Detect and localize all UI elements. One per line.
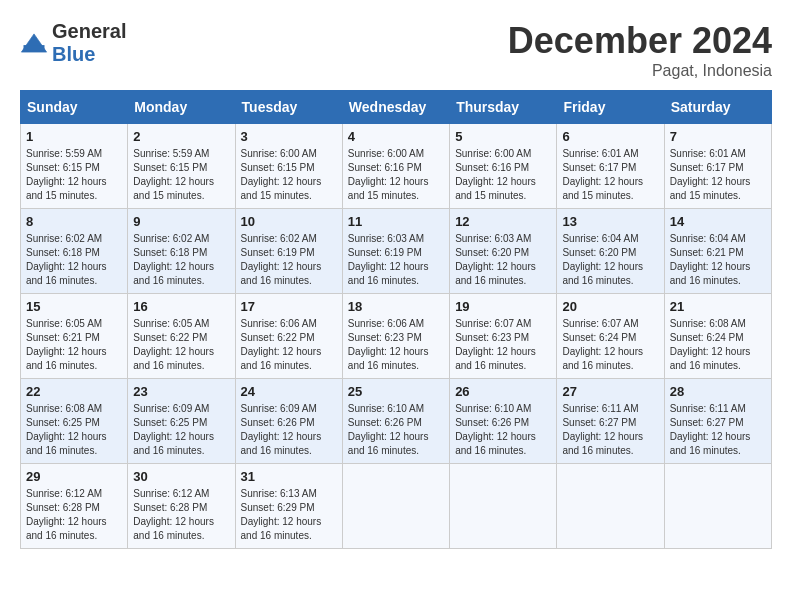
logo-general: General (52, 20, 126, 42)
day-info: Sunrise: 6:09 AMSunset: 6:25 PMDaylight:… (133, 402, 229, 458)
calendar-cell: 17Sunrise: 6:06 AMSunset: 6:22 PMDayligh… (235, 294, 342, 379)
day-info: Sunrise: 6:02 AMSunset: 6:19 PMDaylight:… (241, 232, 337, 288)
day-number: 9 (133, 214, 229, 229)
calendar-cell: 12Sunrise: 6:03 AMSunset: 6:20 PMDayligh… (450, 209, 557, 294)
calendar-cell: 23Sunrise: 6:09 AMSunset: 6:25 PMDayligh… (128, 379, 235, 464)
calendar-cell: 5Sunrise: 6:00 AMSunset: 6:16 PMDaylight… (450, 124, 557, 209)
calendar-cell: 9Sunrise: 6:02 AMSunset: 6:18 PMDaylight… (128, 209, 235, 294)
day-info: Sunrise: 6:04 AMSunset: 6:21 PMDaylight:… (670, 232, 766, 288)
calendar-cell: 7Sunrise: 6:01 AMSunset: 6:17 PMDaylight… (664, 124, 771, 209)
logo: General Blue (20, 20, 126, 66)
calendar-cell: 26Sunrise: 6:10 AMSunset: 6:26 PMDayligh… (450, 379, 557, 464)
day-number: 3 (241, 129, 337, 144)
day-number: 15 (26, 299, 122, 314)
calendar-cell: 1Sunrise: 5:59 AMSunset: 6:15 PMDaylight… (21, 124, 128, 209)
day-info: Sunrise: 5:59 AMSunset: 6:15 PMDaylight:… (26, 147, 122, 203)
day-info: Sunrise: 6:00 AMSunset: 6:15 PMDaylight:… (241, 147, 337, 203)
calendar-cell: 30Sunrise: 6:12 AMSunset: 6:28 PMDayligh… (128, 464, 235, 549)
day-info: Sunrise: 6:12 AMSunset: 6:28 PMDaylight:… (26, 487, 122, 543)
calendar-cell: 4Sunrise: 6:00 AMSunset: 6:16 PMDaylight… (342, 124, 449, 209)
day-info: Sunrise: 6:03 AMSunset: 6:19 PMDaylight:… (348, 232, 444, 288)
logo-text: General Blue (52, 20, 126, 66)
day-number: 22 (26, 384, 122, 399)
page-header: General Blue December 2024 Pagat, Indone… (20, 20, 772, 80)
day-info: Sunrise: 6:00 AMSunset: 6:16 PMDaylight:… (348, 147, 444, 203)
day-number: 20 (562, 299, 658, 314)
calendar-cell (342, 464, 449, 549)
day-number: 11 (348, 214, 444, 229)
calendar-cell: 2Sunrise: 5:59 AMSunset: 6:15 PMDaylight… (128, 124, 235, 209)
day-info: Sunrise: 6:13 AMSunset: 6:29 PMDaylight:… (241, 487, 337, 543)
calendar-cell: 29Sunrise: 6:12 AMSunset: 6:28 PMDayligh… (21, 464, 128, 549)
day-info: Sunrise: 6:08 AMSunset: 6:24 PMDaylight:… (670, 317, 766, 373)
calendar-week-row: 29Sunrise: 6:12 AMSunset: 6:28 PMDayligh… (21, 464, 772, 549)
day-number: 16 (133, 299, 229, 314)
day-number: 17 (241, 299, 337, 314)
calendar-cell: 11Sunrise: 6:03 AMSunset: 6:19 PMDayligh… (342, 209, 449, 294)
calendar-header-row: SundayMondayTuesdayWednesdayThursdayFrid… (21, 91, 772, 124)
title-area: December 2024 Pagat, Indonesia (508, 20, 772, 80)
header-saturday: Saturday (664, 91, 771, 124)
day-info: Sunrise: 5:59 AMSunset: 6:15 PMDaylight:… (133, 147, 229, 203)
day-number: 5 (455, 129, 551, 144)
day-info: Sunrise: 6:05 AMSunset: 6:22 PMDaylight:… (133, 317, 229, 373)
day-number: 25 (348, 384, 444, 399)
day-number: 6 (562, 129, 658, 144)
header-monday: Monday (128, 91, 235, 124)
day-number: 31 (241, 469, 337, 484)
svg-rect-2 (24, 45, 45, 51)
calendar-cell: 13Sunrise: 6:04 AMSunset: 6:20 PMDayligh… (557, 209, 664, 294)
calendar-cell (664, 464, 771, 549)
calendar-cell: 10Sunrise: 6:02 AMSunset: 6:19 PMDayligh… (235, 209, 342, 294)
day-number: 14 (670, 214, 766, 229)
day-number: 28 (670, 384, 766, 399)
calendar-week-row: 1Sunrise: 5:59 AMSunset: 6:15 PMDaylight… (21, 124, 772, 209)
day-info: Sunrise: 6:06 AMSunset: 6:23 PMDaylight:… (348, 317, 444, 373)
day-info: Sunrise: 6:07 AMSunset: 6:24 PMDaylight:… (562, 317, 658, 373)
location-subtitle: Pagat, Indonesia (508, 62, 772, 80)
calendar-cell (557, 464, 664, 549)
day-number: 19 (455, 299, 551, 314)
day-number: 13 (562, 214, 658, 229)
calendar-cell: 25Sunrise: 6:10 AMSunset: 6:26 PMDayligh… (342, 379, 449, 464)
day-number: 29 (26, 469, 122, 484)
calendar-cell: 16Sunrise: 6:05 AMSunset: 6:22 PMDayligh… (128, 294, 235, 379)
header-tuesday: Tuesday (235, 91, 342, 124)
calendar-cell: 14Sunrise: 6:04 AMSunset: 6:21 PMDayligh… (664, 209, 771, 294)
calendar-cell: 6Sunrise: 6:01 AMSunset: 6:17 PMDaylight… (557, 124, 664, 209)
day-info: Sunrise: 6:08 AMSunset: 6:25 PMDaylight:… (26, 402, 122, 458)
header-wednesday: Wednesday (342, 91, 449, 124)
calendar-cell: 15Sunrise: 6:05 AMSunset: 6:21 PMDayligh… (21, 294, 128, 379)
day-info: Sunrise: 6:05 AMSunset: 6:21 PMDaylight:… (26, 317, 122, 373)
day-info: Sunrise: 6:11 AMSunset: 6:27 PMDaylight:… (562, 402, 658, 458)
day-info: Sunrise: 6:06 AMSunset: 6:22 PMDaylight:… (241, 317, 337, 373)
day-info: Sunrise: 6:09 AMSunset: 6:26 PMDaylight:… (241, 402, 337, 458)
day-info: Sunrise: 6:12 AMSunset: 6:28 PMDaylight:… (133, 487, 229, 543)
day-number: 26 (455, 384, 551, 399)
day-number: 24 (241, 384, 337, 399)
calendar-cell: 3Sunrise: 6:00 AMSunset: 6:15 PMDaylight… (235, 124, 342, 209)
day-number: 7 (670, 129, 766, 144)
calendar-cell: 24Sunrise: 6:09 AMSunset: 6:26 PMDayligh… (235, 379, 342, 464)
month-year-title: December 2024 (508, 20, 772, 62)
calendar-week-row: 22Sunrise: 6:08 AMSunset: 6:25 PMDayligh… (21, 379, 772, 464)
day-info: Sunrise: 6:03 AMSunset: 6:20 PMDaylight:… (455, 232, 551, 288)
day-number: 10 (241, 214, 337, 229)
calendar-cell (450, 464, 557, 549)
day-number: 8 (26, 214, 122, 229)
day-number: 23 (133, 384, 229, 399)
header-friday: Friday (557, 91, 664, 124)
calendar-cell: 28Sunrise: 6:11 AMSunset: 6:27 PMDayligh… (664, 379, 771, 464)
calendar-week-row: 15Sunrise: 6:05 AMSunset: 6:21 PMDayligh… (21, 294, 772, 379)
day-info: Sunrise: 6:10 AMSunset: 6:26 PMDaylight:… (348, 402, 444, 458)
calendar-week-row: 8Sunrise: 6:02 AMSunset: 6:18 PMDaylight… (21, 209, 772, 294)
day-number: 18 (348, 299, 444, 314)
calendar-table: SundayMondayTuesdayWednesdayThursdayFrid… (20, 90, 772, 549)
day-info: Sunrise: 6:02 AMSunset: 6:18 PMDaylight:… (133, 232, 229, 288)
day-info: Sunrise: 6:10 AMSunset: 6:26 PMDaylight:… (455, 402, 551, 458)
day-info: Sunrise: 6:11 AMSunset: 6:27 PMDaylight:… (670, 402, 766, 458)
header-sunday: Sunday (21, 91, 128, 124)
calendar-cell: 18Sunrise: 6:06 AMSunset: 6:23 PMDayligh… (342, 294, 449, 379)
logo-blue: Blue (52, 43, 95, 65)
day-number: 4 (348, 129, 444, 144)
